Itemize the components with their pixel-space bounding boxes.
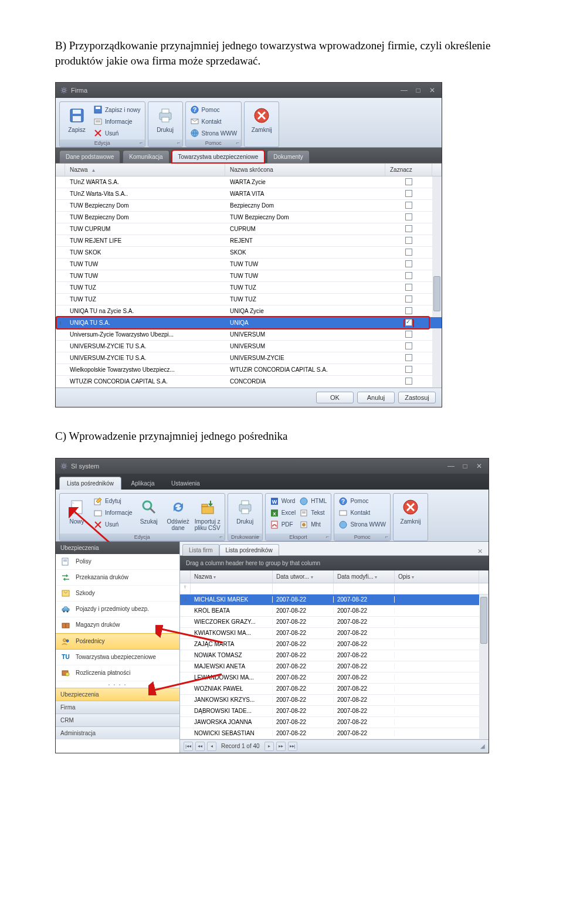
checkbox[interactable] xyxy=(405,202,412,209)
table-row[interactable]: TUW CUPRUMCUPRUM xyxy=(56,223,442,235)
html-button[interactable]: HTML xyxy=(297,496,328,507)
checkbox[interactable] xyxy=(405,378,412,385)
checkbox[interactable] xyxy=(405,331,412,338)
checkbox[interactable] xyxy=(405,213,412,220)
dcol-mod[interactable]: Data modyfi... ▾ xyxy=(334,570,395,583)
close-button[interactable]: ✕ xyxy=(428,86,437,94)
usun-button[interactable]: Usuń xyxy=(91,128,143,138)
checkbox[interactable] xyxy=(405,237,412,244)
table-row[interactable]: KRÓL BEATA2007-08-222007-08-22 xyxy=(180,606,489,617)
table-row[interactable]: WOŹNIAK PAWEŁ2007-08-222007-08-22 xyxy=(180,684,489,695)
nav-prevpage[interactable]: ◂◂ xyxy=(195,742,205,751)
zamknij-button[interactable]: Zamknij xyxy=(247,104,276,134)
table-row[interactable]: UNIVERSUM-ŻYCIE TU S.A.UNIVERSUM-ŻYCIE xyxy=(56,352,442,364)
sidebar-footer-admin[interactable]: Administracja xyxy=(56,726,179,739)
cell-zaznacz[interactable] xyxy=(385,378,432,386)
pomoc2-button[interactable]: ?Pomoc xyxy=(337,496,388,507)
checkbox[interactable] xyxy=(405,225,412,232)
col-nazwa[interactable]: Nazwa▲ xyxy=(65,164,225,176)
pdf-button[interactable]: PDF xyxy=(268,519,297,530)
sidebar-footer-crm[interactable]: CRM xyxy=(56,714,179,726)
cell-zaznacz[interactable] xyxy=(385,225,432,233)
edytuj-button[interactable]: Edytuj xyxy=(91,496,134,507)
cell-zaznacz[interactable] xyxy=(385,295,432,304)
resize-grip-icon[interactable]: ◢ xyxy=(480,743,485,749)
cell-zaznacz[interactable] xyxy=(385,178,432,186)
table-row[interactable]: TUW TUWTUW TUW xyxy=(56,270,442,282)
dcol-opis[interactable]: Opis ▾ xyxy=(395,570,479,583)
max-button[interactable]: □ xyxy=(413,86,423,94)
nav-first[interactable]: |◂◂ xyxy=(184,742,193,751)
zastosuj-button[interactable]: Zastosuj xyxy=(398,392,436,403)
zapisz-nowy-button[interactable]: Zapisz i nowy xyxy=(91,104,143,115)
sidebar-item-szkody[interactable]: Szkody xyxy=(56,586,179,602)
table-row[interactable]: NOWICKI SEBASTIAN2007-08-222007-08-22 xyxy=(180,728,489,739)
tab-komunikacja[interactable]: Komunikacja xyxy=(123,150,169,163)
scrollbar[interactable] xyxy=(432,176,442,388)
close-button[interactable]: ✕ xyxy=(474,462,484,470)
checkbox[interactable] xyxy=(405,354,412,361)
sidebar-item-towarzystwa[interactable]: TUTowarzystwa ubezpieczeniowe xyxy=(56,650,179,665)
table-row[interactable]: >MICHALSKI MAREK2007-08-222007-08-22 xyxy=(180,595,489,606)
table-row[interactable]: UNIVERSUM-ŻYCIE TU S.A.UNIVERSUM xyxy=(56,341,442,352)
table-row[interactable]: MAJEWSKI ANETA2007-08-222007-08-22 xyxy=(180,661,489,672)
table-row[interactable]: TUnŻ Warta-Vita S.A..WARTA VITA xyxy=(56,188,442,200)
dcol-utw[interactable]: Data utwor... ▾ xyxy=(273,570,334,583)
table-row[interactable]: Universum-Życie Towarzystwo Ubezpi...UNI… xyxy=(56,329,442,341)
table-row[interactable]: TUnŻ WARTA S.A.WARTA Życie xyxy=(56,176,442,188)
sidebar-item-przekazania[interactable]: Przekazania druków xyxy=(56,570,179,586)
subtab-close-icon[interactable]: ✕ xyxy=(477,548,486,555)
cell-zaznacz[interactable] xyxy=(385,319,432,327)
scrollbar[interactable] xyxy=(479,595,489,739)
drukuj2-button[interactable]: Drukuj xyxy=(230,496,260,526)
tab-dane[interactable]: Dane podstawowe xyxy=(59,150,120,163)
table-row[interactable]: TUW Bezpieczny DomBezpieczny Dom xyxy=(56,200,442,212)
zapisz-button[interactable]: Zapisz xyxy=(62,104,91,138)
cell-zaznacz[interactable] xyxy=(385,249,432,257)
cell-zaznacz[interactable] xyxy=(385,213,432,222)
table-row[interactable]: LEWANDOWSKI MA...2007-08-222007-08-22 xyxy=(180,672,489,684)
mht-button[interactable]: Mht xyxy=(297,519,328,530)
cell-zaznacz[interactable] xyxy=(385,342,432,351)
filter-opis[interactable] xyxy=(395,583,479,594)
min-button[interactable]: — xyxy=(446,462,456,470)
toptab-app[interactable]: Aplikacja xyxy=(124,477,162,490)
cell-zaznacz[interactable] xyxy=(385,284,432,292)
table-row[interactable]: TUW TUZTUW TUZ xyxy=(56,294,442,305)
cell-zaznacz[interactable] xyxy=(385,237,432,245)
checkbox[interactable] xyxy=(405,342,412,349)
filter-mod[interactable] xyxy=(334,583,395,594)
group-hint[interactable]: Drag a column header here to group by th… xyxy=(180,556,489,570)
filter-utw[interactable] xyxy=(273,583,334,594)
www-button[interactable]: Strona WWW xyxy=(188,128,239,138)
min-button[interactable]: — xyxy=(399,86,409,94)
zamknij2-button[interactable]: Zamknij xyxy=(396,496,425,526)
table-row[interactable]: TUW SKOKSKOK xyxy=(56,247,442,259)
checkbox[interactable] xyxy=(405,249,412,256)
cell-zaznacz[interactable] xyxy=(385,202,432,210)
sidebar-item-pojazdy[interactable]: Pojazdy i przedmioty ubezp. xyxy=(56,602,179,617)
table-row[interactable]: NOWAK TOMASZ2007-08-222007-08-22 xyxy=(180,650,489,661)
subtab-pos[interactable]: Lista pośredników xyxy=(219,544,279,556)
table-row[interactable]: WIECZOREK GRAŻY...2007-08-222007-08-22 xyxy=(180,617,489,628)
col-zaznacz[interactable]: Zaznacz xyxy=(385,164,432,176)
informacje-button[interactable]: Informacje xyxy=(91,116,143,127)
table-row[interactable]: TUW TUWTUW TUW xyxy=(56,259,442,270)
tekst-button[interactable]: Tekst xyxy=(297,508,328,518)
toptab-lista[interactable]: Lista pośredników xyxy=(59,477,121,490)
checkbox[interactable] xyxy=(405,319,412,326)
checkbox[interactable] xyxy=(405,178,412,185)
table-row[interactable]: DĄBROWSKI TADE...2007-08-222007-08-22 xyxy=(180,706,489,717)
anuluj-button[interactable]: Anuluj xyxy=(357,392,395,403)
table-row[interactable]: IUNIQA TU S.A.UNIQA xyxy=(56,317,442,329)
excel-button[interactable]: XExcel xyxy=(268,508,297,518)
cell-zaznacz[interactable] xyxy=(385,190,432,198)
checkbox[interactable] xyxy=(405,366,412,373)
checkbox[interactable] xyxy=(405,307,412,314)
cell-zaznacz[interactable] xyxy=(385,331,432,339)
table-row[interactable]: ZAJĄC MARTA2007-08-222007-08-22 xyxy=(180,639,489,650)
nav-next[interactable]: ▸ xyxy=(264,742,274,751)
cell-zaznacz[interactable] xyxy=(385,354,432,362)
checkbox[interactable] xyxy=(405,284,412,291)
table-row[interactable]: Wielkopolskie Towarzystwo Ubezpiecz...WT… xyxy=(56,364,442,376)
